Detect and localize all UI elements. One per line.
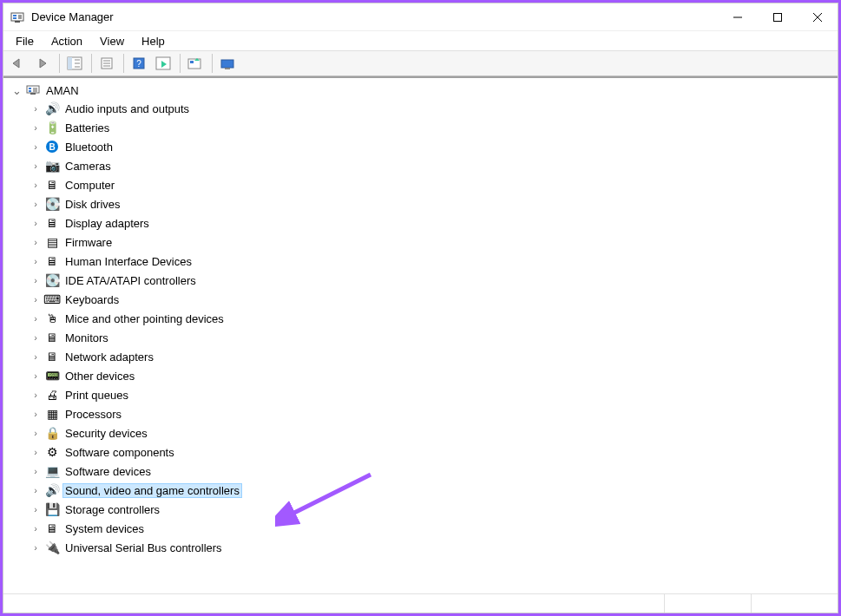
tree-node-label: Audio inputs and outputs	[62, 102, 192, 116]
tree-root[interactable]: AMAN	[9, 82, 832, 99]
expander-icon[interactable]	[30, 485, 42, 495]
expander-icon[interactable]	[30, 523, 42, 534]
update-driver-button[interactable]	[184, 53, 207, 74]
svg-text:B: B	[49, 142, 55, 152]
svg-rect-27	[221, 60, 233, 68]
tree-node-monitors[interactable]: 🖥Monitors	[30, 328, 832, 347]
expander-icon[interactable]	[30, 122, 42, 133]
tree-node-hid[interactable]: 🖥Human Interface Devices	[30, 252, 832, 271]
tree-node-software-devices[interactable]: 💻Software devices	[30, 462, 832, 481]
tree-node-print-queues[interactable]: 🖨Print queues	[30, 385, 832, 404]
tree-node-label: Software devices	[62, 464, 154, 479]
expander-icon[interactable]	[30, 447, 42, 457]
computer-icon: 🖥	[44, 177, 60, 193]
tree-node-keyboards[interactable]: ⌨Keyboards	[30, 290, 832, 309]
expander-icon[interactable]	[30, 313, 42, 324]
expander-icon[interactable]	[30, 237, 42, 247]
tree-node-system-devices[interactable]: 🖥System devices	[30, 519, 832, 538]
tree-node-sound-video-game[interactable]: 🔊Sound, video and game controllers	[30, 481, 832, 500]
show-hide-tree-button[interactable]	[63, 53, 86, 74]
expander-icon[interactable]	[30, 294, 42, 305]
mice-icon: 🖱	[44, 311, 60, 326]
tree-node-network-adapters[interactable]: 🖥Network adapters	[30, 347, 832, 366]
expander-icon[interactable]	[30, 409, 42, 419]
expander-icon[interactable]	[30, 161, 42, 171]
minimize-button[interactable]	[718, 3, 758, 30]
tree-node-label: Disk drives	[62, 197, 123, 212]
scan-hardware-button[interactable]	[216, 53, 239, 74]
close-button[interactable]	[798, 3, 838, 30]
tree-node-label: Batteries	[62, 121, 112, 135]
expander-icon[interactable]	[10, 84, 23, 97]
toolbar-sep	[59, 54, 60, 73]
tree-node-batteries[interactable]: 🔋Batteries	[30, 118, 832, 137]
bluetooth-icon: B	[44, 139, 60, 154]
tree-node-usb-controllers[interactable]: 🔌Universal Serial Bus controllers	[30, 538, 832, 557]
tree-node-storage-controllers[interactable]: 💾Storage controllers	[30, 500, 832, 519]
other-devices-icon: 📟	[44, 368, 60, 383]
back-button[interactable]	[7, 53, 30, 74]
firmware-icon: ▤	[44, 234, 60, 250]
tree-node-mice[interactable]: 🖱Mice and other pointing devices	[30, 309, 832, 328]
expander-icon[interactable]	[30, 351, 42, 362]
processors-icon: ▦	[44, 406, 60, 422]
print-queues-icon: 🖨	[44, 387, 60, 403]
tree-node-audio-inputs-outputs[interactable]: 🔊Audio inputs and outputs	[30, 99, 832, 118]
tree-node-processors[interactable]: ▦Processors	[30, 404, 832, 423]
batteries-icon: 🔋	[44, 120, 60, 135]
tree-node-label: Security devices	[62, 426, 150, 441]
expander-icon[interactable]	[30, 332, 42, 343]
expander-icon[interactable]	[30, 180, 42, 190]
storage-controllers-icon: 💾	[44, 501, 60, 517]
tree-node-ide-atapi[interactable]: 💽IDE ATA/ATAPI controllers	[30, 271, 832, 290]
help-button[interactable]: ?	[128, 53, 150, 74]
expander-icon[interactable]	[30, 275, 42, 285]
menu-view[interactable]: View	[91, 33, 133, 49]
usb-controllers-icon: 🔌	[44, 540, 60, 555]
properties-button[interactable]	[95, 53, 118, 74]
software-devices-icon: 💻	[44, 463, 60, 479]
expander-icon[interactable]	[30, 390, 42, 400]
tree-node-label: IDE ATA/ATAPI controllers	[62, 273, 199, 288]
tree-node-label: Human Interface Devices	[62, 254, 194, 269]
expander-icon[interactable]	[30, 199, 42, 209]
tree-node-display-adapters[interactable]: 🖥Display adapters	[30, 213, 832, 233]
computer-root-icon	[25, 82, 41, 98]
svg-rect-4	[15, 21, 20, 23]
tree-node-label: Keyboards	[62, 292, 122, 307]
network-adapters-icon: 🖥	[44, 349, 60, 364]
sound-video-game-icon: 🔊	[44, 482, 60, 498]
device-tree[interactable]: AMAN 🔊Audio inputs and outputs🔋Batteries…	[3, 76, 838, 593]
monitors-icon: 🖥	[44, 330, 60, 345]
tree-node-label: Mice and other pointing devices	[62, 311, 227, 326]
menu-action[interactable]: Action	[43, 33, 91, 49]
expander-icon[interactable]	[30, 428, 42, 438]
tree-node-cameras[interactable]: 📷Cameras	[30, 156, 832, 175]
svg-rect-12	[68, 57, 72, 69]
tree-node-label: Sound, video and game controllers	[62, 483, 242, 498]
expander-icon[interactable]	[30, 370, 42, 381]
root-label: AMAN	[43, 83, 82, 98]
svg-rect-1	[13, 15, 16, 16]
maximize-button[interactable]	[758, 3, 798, 30]
titlebar: Device Manager	[3, 3, 838, 31]
tree-node-firmware[interactable]: ▤Firmware	[30, 233, 832, 252]
hid-icon: 🖥	[44, 253, 60, 269]
tree-node-computer[interactable]: 🖥Computer	[30, 175, 832, 194]
action-button[interactable]	[152, 53, 174, 74]
tree-node-software-components[interactable]: ⚙Software components	[30, 442, 832, 462]
expander-icon[interactable]	[30, 103, 42, 114]
menu-file[interactable]: File	[7, 33, 43, 49]
tree-node-other-devices[interactable]: 📟Other devices	[30, 366, 832, 385]
expander-icon[interactable]	[30, 256, 42, 266]
tree-node-disk-drives[interactable]: 💽Disk drives	[30, 194, 832, 213]
menu-help[interactable]: Help	[133, 33, 174, 49]
expander-icon[interactable]	[30, 466, 42, 476]
forward-button[interactable]	[31, 53, 54, 74]
tree-node-bluetooth[interactable]: BBluetooth	[30, 137, 832, 156]
expander-icon[interactable]	[30, 504, 42, 514]
expander-icon[interactable]	[30, 141, 42, 152]
expander-icon[interactable]	[30, 542, 42, 553]
expander-icon[interactable]	[30, 218, 42, 228]
tree-node-security-devices[interactable]: 🔒Security devices	[30, 423, 832, 442]
